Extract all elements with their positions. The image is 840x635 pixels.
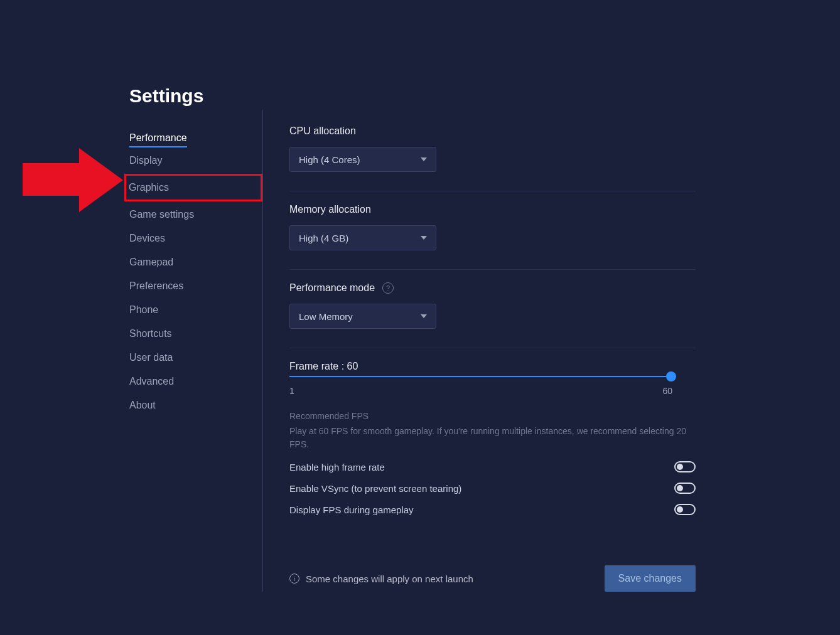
footer-info: i Some changes will apply on next launch xyxy=(289,574,473,584)
sidebar-item-gamepad[interactable]: Gamepad xyxy=(129,252,261,273)
sidebar-item-performance[interactable]: Performance xyxy=(129,127,187,147)
sidebar-item-display[interactable]: Display xyxy=(129,150,261,171)
recommendation-text: Play at 60 FPS for smooth gameplay. If y… xyxy=(289,425,696,451)
page-title: Settings xyxy=(129,85,203,107)
performance-mode-section: Performance mode ? Low Memory xyxy=(289,282,696,329)
toggle-vsync-label: Enable VSync (to prevent screen tearing) xyxy=(289,483,461,494)
frame-rate-slider[interactable]: 1 60 xyxy=(289,376,672,396)
sidebar-item-shortcuts[interactable]: Shortcuts xyxy=(129,323,261,344)
toggle-knob xyxy=(677,485,683,491)
toggle-knob xyxy=(677,506,683,513)
divider xyxy=(289,348,696,348)
memory-allocation-section: Memory allocation High (4 GB) xyxy=(289,204,696,250)
settings-sidebar: Performance Display Graphics Game settin… xyxy=(129,127,261,419)
info-icon: i xyxy=(289,574,299,584)
toggle-vsync[interactable] xyxy=(674,483,696,494)
divider xyxy=(289,191,696,191)
recommendation-title: Recommended FPS xyxy=(289,411,696,421)
toggle-knob xyxy=(677,464,683,470)
sidebar-item-about[interactable]: About xyxy=(129,395,261,416)
performance-mode-label-text: Performance mode xyxy=(289,282,375,294)
memory-allocation-select[interactable]: High (4 GB) xyxy=(289,225,436,250)
help-icon[interactable]: ? xyxy=(382,282,394,294)
chevron-down-icon xyxy=(421,236,427,240)
settings-content: CPU allocation High (4 Cores) Memory all… xyxy=(262,110,696,592)
chevron-down-icon xyxy=(421,314,427,318)
toggle-high-frame-rate-label: Enable high frame rate xyxy=(289,462,385,472)
sidebar-item-preferences[interactable]: Preferences xyxy=(129,275,261,297)
cpu-allocation-section: CPU allocation High (4 Cores) xyxy=(289,125,696,172)
cpu-allocation-value: High (4 Cores) xyxy=(299,154,360,165)
toggle-display-fps-row: Display FPS during gameplay xyxy=(289,504,696,515)
frame-rate-max: 60 xyxy=(662,386,672,396)
toggle-high-frame-rate-row: Enable high frame rate xyxy=(289,461,696,472)
footer-info-text: Some changes will apply on next launch xyxy=(306,574,473,584)
sidebar-item-user-data[interactable]: User data xyxy=(129,347,261,368)
frame-rate-section: Frame rate : 60 1 60 Recommended FPS Pla… xyxy=(289,361,696,515)
divider xyxy=(289,269,696,270)
memory-allocation-value: High (4 GB) xyxy=(299,233,348,243)
toggle-display-fps-label: Display FPS during gameplay xyxy=(289,504,414,515)
frame-rate-min: 1 xyxy=(289,386,294,396)
settings-footer: i Some changes will apply on next launch… xyxy=(289,565,696,592)
memory-allocation-label: Memory allocation xyxy=(289,204,696,215)
chevron-down-icon xyxy=(421,157,427,161)
sidebar-item-phone[interactable]: Phone xyxy=(129,299,261,321)
sidebar-item-game-settings[interactable]: Game settings xyxy=(129,204,261,225)
performance-mode-label: Performance mode ? xyxy=(289,282,696,294)
toggle-high-frame-rate[interactable] xyxy=(674,461,696,472)
cpu-allocation-select[interactable]: High (4 Cores) xyxy=(289,147,436,172)
performance-mode-select[interactable]: Low Memory xyxy=(289,304,436,329)
slider-thumb[interactable] xyxy=(666,371,676,382)
toggle-vsync-row: Enable VSync (to prevent screen tearing) xyxy=(289,483,696,494)
arrow-annotation xyxy=(16,146,123,221)
sidebar-item-graphics[interactable]: Graphics xyxy=(124,174,262,201)
sidebar-item-devices[interactable]: Devices xyxy=(129,228,261,249)
cpu-allocation-label: CPU allocation xyxy=(289,125,696,137)
performance-mode-value: Low Memory xyxy=(299,311,353,322)
sidebar-item-advanced[interactable]: Advanced xyxy=(129,371,261,392)
frame-rate-label: Frame rate : 60 xyxy=(289,361,696,372)
save-changes-button[interactable]: Save changes xyxy=(605,565,696,592)
toggle-display-fps[interactable] xyxy=(674,504,696,515)
svg-marker-0 xyxy=(23,148,123,212)
